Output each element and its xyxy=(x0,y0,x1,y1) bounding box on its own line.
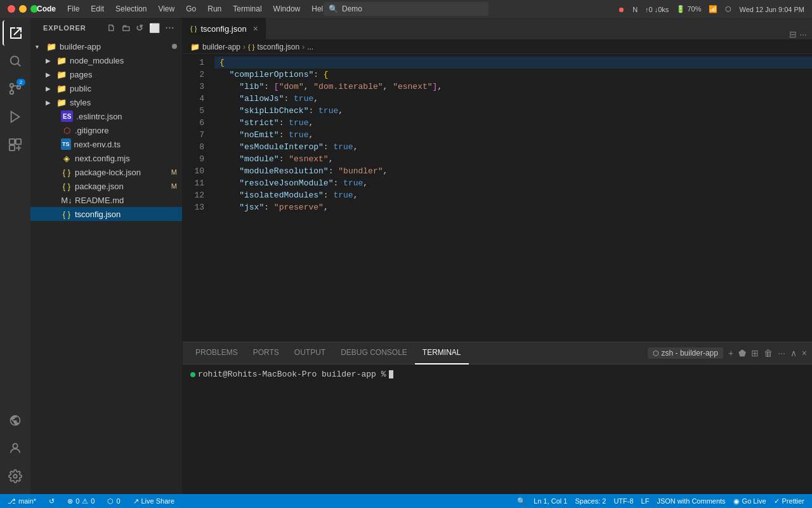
warning-count: 0 xyxy=(91,497,95,505)
settings-icon[interactable] xyxy=(3,464,28,489)
menu-window[interactable]: Window xyxy=(268,3,306,15)
menu-selection[interactable]: Selection xyxy=(110,3,152,15)
terminal-dot xyxy=(190,372,195,377)
status-position[interactable]: Ln 1, Col 1 xyxy=(531,494,570,508)
svg-point-0 xyxy=(11,57,19,65)
sidebar-item-node-modules[interactable]: ▶ 📁 node_modules xyxy=(30,53,182,67)
sidebar-item-package-lock[interactable]: { } package-lock.json M xyxy=(30,165,182,179)
sidebar-item-builder-app[interactable]: ▾ 📁 builder-app xyxy=(30,39,182,53)
shell-name: zsh - builder-app xyxy=(662,349,718,358)
status-search[interactable]: 🔍 xyxy=(514,494,528,508)
file-name-tsconfig: tsconfig.json xyxy=(75,210,182,219)
panel-tab-problems[interactable]: PROBLEMS xyxy=(188,342,246,364)
sidebar-item-next-config[interactable]: ◈ next.config.mjs xyxy=(30,151,182,165)
status-branch[interactable]: ⎇ main* xyxy=(5,494,39,508)
activity-bar: 2 xyxy=(0,18,30,494)
search-bar[interactable]: 🔍 Demo xyxy=(324,2,488,16)
status-errors[interactable]: ⊗ 0 ⚠ 0 xyxy=(65,494,97,508)
status-encoding[interactable]: UTF-8 xyxy=(611,494,636,508)
panel-tab-terminal[interactable]: TERMINAL xyxy=(415,342,469,364)
tab-tsconfig[interactable]: { } tsconfig.json × xyxy=(183,17,266,39)
status-sync[interactable]: ↺ xyxy=(46,494,57,508)
code-line-8: "esModuleInterop": true, xyxy=(214,141,812,153)
code-line-4: "allowJs": true, xyxy=(214,93,812,105)
sidebar-item-eslintrc[interactable]: ES .eslintrc.json xyxy=(30,109,182,123)
menu-run[interactable]: Run xyxy=(202,3,226,15)
close-button[interactable] xyxy=(8,5,15,13)
sidebar-item-next-env[interactable]: TS next-env.d.ts xyxy=(30,137,182,151)
terminal-content[interactable]: rohit@Rohits-MacBook-Pro builder-app % xyxy=(183,364,812,494)
package-icon: { } xyxy=(61,180,72,192)
menu-terminal[interactable]: Terminal xyxy=(228,3,266,15)
run-debug-activity-icon[interactable] xyxy=(3,104,28,130)
panel-tab-output[interactable]: OUTPUT xyxy=(287,342,333,364)
close-panel-icon[interactable]: × xyxy=(802,348,807,358)
tab-close-button[interactable]: × xyxy=(253,23,258,34)
code-line-6: "strict": true, xyxy=(214,117,812,129)
split-terminal-icon[interactable]: ⬟ xyxy=(738,348,746,358)
sidebar-item-pages[interactable]: ▶ 📁 pages xyxy=(30,67,182,81)
more-tabs-icon[interactable]: ··· xyxy=(799,29,807,39)
explorer-activity-icon[interactable] xyxy=(3,20,28,46)
extensions-activity-icon[interactable] xyxy=(3,132,28,157)
panel-tab-ports[interactable]: PORTS xyxy=(246,342,287,364)
breadcrumb-symbol[interactable]: ... xyxy=(307,43,313,51)
breadcrumb: 📁 builder-app › { } tsconfig.json › ... xyxy=(183,40,812,54)
breadcrumb-file-icon: { } xyxy=(248,43,254,51)
more-icon[interactable]: ··· xyxy=(166,23,174,33)
file-name-gitignore: .gitignore xyxy=(75,126,182,135)
source-control-activity-icon[interactable]: 2 xyxy=(3,76,28,102)
sidebar-item-public[interactable]: ▶ 📁 public xyxy=(30,81,182,95)
breadcrumb-root[interactable]: builder-app xyxy=(202,43,240,51)
title-bar: Code File Edit Selection View Go Run Ter… xyxy=(0,0,812,18)
status-language[interactable]: JSON with Comments xyxy=(654,494,728,508)
terminal-layout-icon[interactable]: ⊞ xyxy=(751,348,759,358)
remote-icon[interactable] xyxy=(3,408,28,433)
more-terminal-icon[interactable]: ··· xyxy=(778,348,785,358)
breadcrumb-folder-icon: 📁 xyxy=(190,43,200,51)
panel-tab-debug[interactable]: DEBUG CONSOLE xyxy=(333,342,415,364)
code-editor[interactable]: 1 2 3 4 5 6 7 8 9 10 11 12 13 { "compile xyxy=(183,54,812,342)
delete-terminal-icon[interactable]: 🗑 xyxy=(764,348,773,358)
status-line-ending[interactable]: LF xyxy=(639,494,652,508)
new-file-icon[interactable]: 🗋 xyxy=(107,23,116,33)
status-go-live[interactable]: ◉ Go Live xyxy=(731,494,769,508)
status-port[interactable]: ⬡ 0 xyxy=(105,494,122,508)
tab-bar: { } tsconfig.json × ⊟ ··· xyxy=(183,18,812,40)
ts-icon: TS xyxy=(61,138,71,150)
branch-icon: ⎇ xyxy=(8,497,16,505)
warning-icon: ⚠ xyxy=(82,497,88,505)
live-share-label: Live Share xyxy=(141,497,175,505)
menu-file[interactable]: File xyxy=(62,3,84,15)
refresh-icon[interactable]: ↺ xyxy=(136,23,144,33)
title-right: ⏺ N ↑0 ↓0ks 🔋 70% 📶 ⬡ Wed 12 Jun 9:04 PM xyxy=(618,5,804,13)
sidebar-item-readme[interactable]: M↓ README.md xyxy=(30,193,182,207)
collapse-icon[interactable]: ⬜ xyxy=(149,23,160,33)
sidebar-item-gitignore[interactable]: ⬡ .gitignore xyxy=(30,123,182,137)
breadcrumb-file[interactable]: tsconfig.json xyxy=(257,43,299,51)
sidebar-item-package[interactable]: { } package.json M xyxy=(30,179,182,193)
status-spaces[interactable]: Spaces: 2 xyxy=(572,494,608,508)
search-activity-icon[interactable] xyxy=(3,48,28,74)
menu-edit[interactable]: Edit xyxy=(86,3,109,15)
sidebar-item-styles[interactable]: ▶ 📁 styles xyxy=(30,95,182,109)
maximize-panel-icon[interactable]: ∧ xyxy=(790,348,797,358)
code-content[interactable]: { "compilerOptions": { "lib": ["dom", "d… xyxy=(214,54,812,342)
new-folder-icon[interactable]: 🗀 xyxy=(121,23,131,33)
status-prettier[interactable]: ✓ Prettier xyxy=(771,494,807,508)
terminal-prompt-text: rohit@Rohits-MacBook-Pro builder-app % xyxy=(198,370,386,379)
new-terminal-icon[interactable]: + xyxy=(728,348,733,358)
code-line-7: "noEmit": true, xyxy=(214,129,812,141)
minimize-button[interactable] xyxy=(19,5,27,13)
accounts-icon[interactable] xyxy=(3,436,28,461)
split-editor-icon[interactable]: ⊟ xyxy=(789,29,797,39)
sidebar: EXPLORER 🗋 🗀 ↺ ⬜ ··· ▾ 📁 builder-app ▶ 📁 xyxy=(30,18,183,494)
file-name-public: public xyxy=(70,84,182,93)
menu-view[interactable]: View xyxy=(153,3,180,15)
sidebar-item-tsconfig[interactable]: { } tsconfig.json xyxy=(30,207,182,221)
menu-go[interactable]: Go xyxy=(181,3,201,15)
file-name-next-config: next.config.mjs xyxy=(75,154,182,163)
go-live-label: Go Live xyxy=(742,497,766,505)
menu-code[interactable]: Code xyxy=(32,3,61,15)
status-live-share[interactable]: ↗ Live Share xyxy=(131,494,178,508)
